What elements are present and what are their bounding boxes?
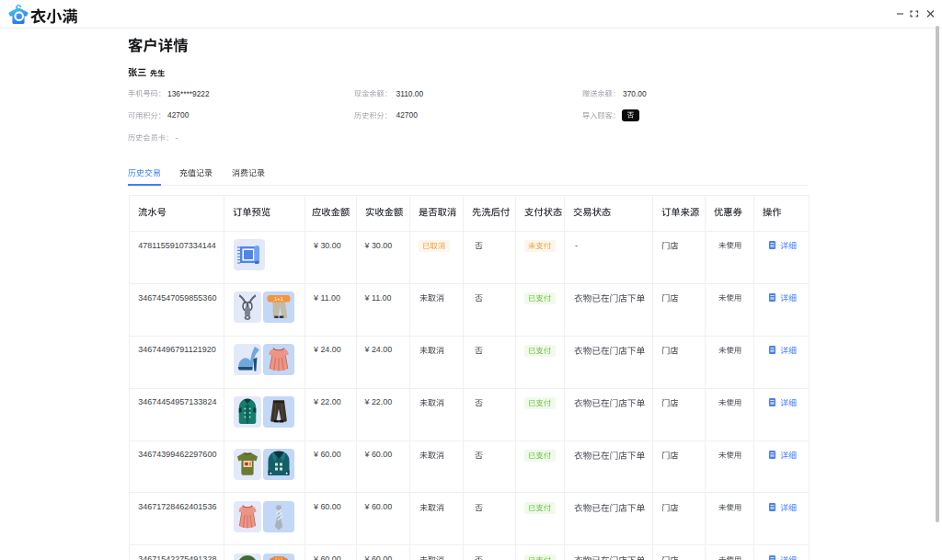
svg-text:1+1: 1+1 xyxy=(274,296,283,302)
